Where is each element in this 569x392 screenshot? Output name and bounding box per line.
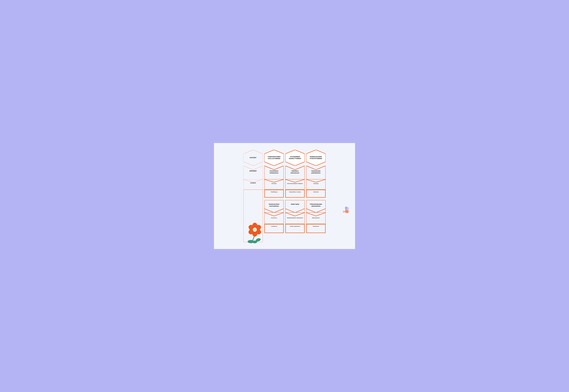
desc2a-label-0: Avoimuus: [271, 217, 277, 219]
criteria2-label-1: Jaettu hyöty: [291, 203, 299, 205]
criteria1-label-1: Vaikuttava kokonaisuus: [291, 170, 299, 174]
diagram-canvas: KOHTEET KRITEERIT KUVAUS: [214, 143, 355, 249]
desc2a-label-2: Sitoutuminen: [312, 217, 320, 219]
desc1a-cell-0: Arvostus: [264, 179, 284, 190]
svg-rect-18: [286, 190, 305, 197]
criteria1-cell-0: Kunnioittava kohtaaminen: [264, 166, 284, 179]
svg-point-13: [254, 228, 256, 231]
criteria2-cell-1: Jaettu hyöty: [285, 200, 305, 213]
sidebar-kriteerit-label: KRITEERIT: [249, 170, 257, 172]
desc1a-cell-2: Synergia: [306, 179, 326, 190]
desc1a-label-1: Kokonaisvaltaiset ratkaisut: [287, 183, 303, 184]
column-1: SYSTEEMINEN KEHKEYTYMINEN Vaikuttava kok…: [285, 150, 305, 233]
criteria2-cell-0: Vastavuoroinen vuorovaikutus: [264, 200, 284, 213]
criteria1-cell-1: Vaikuttava kokonaisuus: [285, 166, 305, 179]
desc1a-cell-1: Kokonaisvaltaiset ratkaisut: [285, 179, 305, 190]
svg-line-28: [343, 211, 345, 211]
svg-rect-21: [306, 190, 325, 197]
flower-icon: [247, 222, 266, 243]
svg-line-29: [343, 212, 345, 212]
criteria1-label-0: Kunnioittava kohtaaminen: [270, 170, 278, 174]
desc1b-cell-1: Vastuullinen muutos: [285, 190, 305, 197]
desc1a-label-2: Synergia: [313, 183, 318, 184]
column-2: MONINAISUUDEN HYÖDYNTÄMINEN Voimavarojen…: [306, 150, 326, 233]
desc1b-label-1: Vastuullinen muutos: [289, 191, 301, 193]
sidebar-kohteet-label: KOHTEET: [250, 157, 257, 159]
desc1b-cell-2: Verkostot: [306, 190, 326, 197]
desc2a-cell-1: Merkitykselliset vaikutukset: [285, 213, 305, 224]
bee-icon: [343, 207, 350, 213]
criteria2-label-0: Vastavuoroinen vuorovaikutus: [269, 203, 279, 207]
svg-rect-15: [264, 190, 283, 197]
svg-point-25: [345, 210, 349, 213]
sidebar-kuvaus-cell: KUVAUS: [243, 179, 263, 190]
desc1b-label-2: Verkostot: [313, 191, 319, 193]
sidebar-kuvaus-label: KUVAUS: [250, 182, 256, 184]
desc2b-cell-2: Sopiminen: [306, 224, 326, 233]
desc2a-cell-0: Avoimuus: [264, 213, 284, 224]
desc2b-cell-0: Luottamus: [264, 224, 284, 233]
sidebar-kriteerit-cell: KRITEERIT: [243, 166, 263, 179]
desc2b-label-2: Sopiminen: [313, 225, 319, 227]
desc1a-label-0: Arvostus: [272, 183, 277, 184]
criteria1-label-2: Voimavarojen yhdistäminen: [311, 170, 321, 174]
desc2a-label-1: Merkitykselliset vaikutukset: [287, 217, 303, 219]
desc2a-cell-2: Sitoutuminen: [306, 213, 326, 224]
desc1b-cell-0: Yksilöllisyys: [264, 190, 284, 197]
column-0: YHDENVERTAINEN OSALLISTUMINEN Kunnioitta…: [264, 150, 284, 233]
desc2b-label-1: Uuden oppiminen: [290, 225, 300, 227]
header-cell-2: MONINAISUUDEN HYÖDYNTÄMINEN: [306, 150, 326, 166]
header-cell-0: YHDENVERTAINEN OSALLISTUMINEN: [264, 150, 284, 166]
header-label-0: YHDENVERTAINEN OSALLISTUMINEN: [268, 156, 280, 159]
desc1b-label-0: Yksilöllisyys: [271, 191, 277, 193]
sidebar-tall-rect: [243, 190, 263, 242]
header-label-2: MONINAISUUDEN HYÖDYNTÄMINEN: [310, 156, 322, 159]
diagram-grid: KOHTEET KRITEERIT KUVAUS: [224, 150, 345, 242]
header-cell-1: SYSTEEMINEN KEHKEYTYMINEN: [285, 150, 305, 166]
criteria1-cell-2: Voimavarojen yhdistäminen: [306, 166, 326, 179]
sidebar-kohteet-cell: KOHTEET: [243, 150, 263, 166]
desc2b-cell-1: Uuden oppiminen: [285, 224, 305, 233]
desc2b-label-0: Luottamus: [271, 225, 277, 227]
header-label-1: SYSTEEMINEN KEHKEYTYMINEN: [289, 156, 301, 159]
criteria2-label-2: Yhteistoimijuuden rakentaminen: [310, 203, 322, 207]
sidebar-column: KOHTEET KRITEERIT KUVAUS: [243, 150, 263, 242]
criteria2-cell-2: Yhteistoimijuuden rakentaminen: [306, 200, 326, 213]
